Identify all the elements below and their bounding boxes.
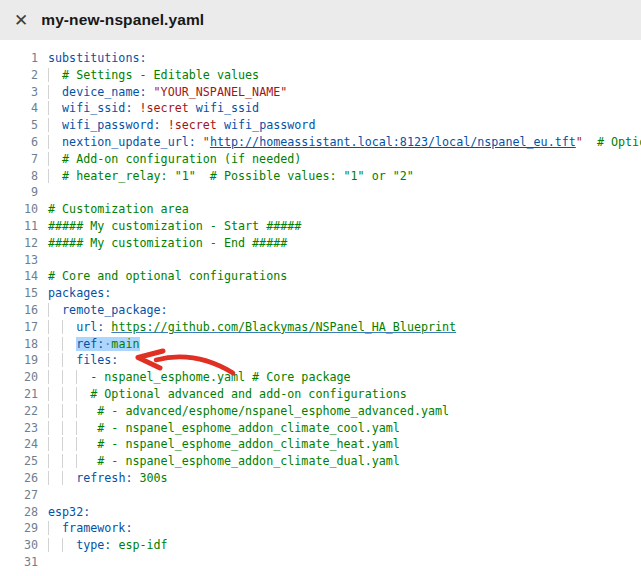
- code-line[interactable]: 15packages:: [0, 285, 641, 302]
- indent-guide: [62, 437, 76, 451]
- indent-guide: [62, 421, 76, 435]
- code-line[interactable]: 28esp32:: [0, 504, 641, 521]
- code-line[interactable]: 4 wifi_ssid: !secret wifi_ssid: [0, 100, 641, 117]
- code-token: # Customization area: [48, 202, 189, 216]
- code-text: ##### My customization - End #####: [48, 235, 287, 252]
- code-text: remote_package:: [48, 302, 168, 319]
- line-number: 11: [0, 218, 38, 235]
- code-line[interactable]: 24 # - nspanel_esphome_addon_climate_hea…: [0, 436, 641, 453]
- line-number: 7: [0, 151, 38, 168]
- line-number: 23: [0, 420, 38, 437]
- code-line[interactable]: 25 # - nspanel_esphome_addon_climate_dua…: [0, 453, 641, 470]
- code-token: 300s: [140, 471, 168, 485]
- code-token: esp-idf: [118, 538, 167, 552]
- code-line[interactable]: 7 # Add-on configuration (if needed): [0, 151, 641, 168]
- code-line[interactable]: 6 nextion_update_url: "http://homeassist…: [0, 134, 641, 151]
- code-token: # Optional advanced and add-on configura…: [90, 387, 407, 401]
- line-number: 5: [0, 117, 38, 134]
- code-line[interactable]: 17 url: https://github.com/Blackymas/NSP…: [0, 319, 641, 336]
- code-text: url: https://github.com/Blackymas/NSPane…: [48, 319, 456, 336]
- indent-guide: [48, 169, 62, 183]
- code-line[interactable]: 11##### My customization - Start #####: [0, 218, 641, 235]
- indent-guide: [76, 421, 90, 435]
- line-number: 22: [0, 403, 38, 420]
- code-line[interactable]: 30 type: esp-idf: [0, 537, 641, 554]
- line-number: 10: [0, 201, 38, 218]
- code-line[interactable]: 14# Core and optional configurations: [0, 268, 641, 285]
- line-number: 19: [0, 352, 38, 369]
- line-number: 9: [0, 184, 38, 201]
- line-number: 14: [0, 268, 38, 285]
- close-button[interactable]: ✕: [14, 12, 28, 29]
- code-token: ": [576, 135, 583, 149]
- code-token: # - nspanel_esphome_addon_climate_heat.y…: [97, 437, 400, 451]
- code-text: # heater_relay: "1" # Possible values: "…: [48, 168, 414, 185]
- code-token: wifi_ssid: [196, 101, 259, 115]
- indent-guide: [76, 437, 90, 451]
- code-text: # Optional advanced and add-on configura…: [48, 386, 407, 403]
- code-line[interactable]: 2 # Settings - Editable values: [0, 67, 641, 84]
- code-token: [217, 118, 224, 132]
- indent-guide: [48, 337, 62, 351]
- code-line[interactable]: 26 refresh: 300s: [0, 470, 641, 487]
- code-line[interactable]: 12##### My customization - End #####: [0, 235, 641, 252]
- code-line[interactable]: 31: [0, 554, 641, 571]
- code-line[interactable]: 13: [0, 252, 641, 269]
- code-token: wifi_password: [224, 118, 315, 132]
- code-line[interactable]: 16 remote_package:: [0, 302, 641, 319]
- indent-guide: [48, 85, 62, 99]
- code-line[interactable]: 10# Customization area: [0, 201, 641, 218]
- code-line[interactable]: 5 wifi_password: !secret wifi_password: [0, 117, 641, 134]
- indent-guide: [76, 404, 90, 418]
- code-line[interactable]: 22 # - advanced/esphome/nspanel_esphome_…: [0, 403, 641, 420]
- code-line[interactable]: 18 ref:·main: [0, 336, 641, 353]
- code-line[interactable]: 21 # Optional advanced and add-on config…: [0, 386, 641, 403]
- code-token: ##### My customization - End #####: [48, 236, 287, 250]
- indent-guide: [62, 320, 76, 334]
- code-line[interactable]: 8 # heater_relay: "1" # Possible values:…: [0, 168, 641, 185]
- code-text: packages:: [48, 285, 111, 302]
- code-line[interactable]: 27: [0, 487, 641, 504]
- code-token: !secret: [168, 118, 217, 132]
- code-token: [161, 118, 168, 132]
- code-text: # - nspanel_esphome_addon_climate_dual.y…: [48, 453, 400, 470]
- code-token: nextion_update_url:: [62, 135, 196, 149]
- code-token: substitutions:: [48, 51, 147, 65]
- code-token: refresh:: [76, 471, 132, 485]
- indent-guide: [48, 68, 62, 82]
- line-number: 8: [0, 168, 38, 185]
- code-line[interactable]: 29 framework:: [0, 520, 641, 537]
- code-token: # - advanced/esphome/nspanel_esphome_adv…: [97, 404, 449, 418]
- code-token: packages:: [48, 286, 111, 300]
- indent-guide: [48, 101, 62, 115]
- code-token: http://homeassistant.local:8123/local/ns…: [210, 135, 576, 149]
- code-token: !secret: [140, 101, 189, 115]
- code-text: # - nspanel_esphome_addon_climate_heat.y…: [48, 436, 400, 453]
- indent-guide: [62, 353, 76, 367]
- indent-guide: [62, 404, 76, 418]
- code-line[interactable]: 9: [0, 184, 641, 201]
- code-line[interactable]: 19 files:: [0, 352, 641, 369]
- close-icon: ✕: [14, 10, 28, 30]
- code-text: - nspanel_esphome.yaml # Core package: [48, 369, 351, 386]
- code-line[interactable]: 20 - nspanel_esphome.yaml # Core package: [0, 369, 641, 386]
- code-line[interactable]: 23 # - nspanel_esphome_addon_climate_coo…: [0, 420, 641, 437]
- code-text: # Add-on configuration (if needed): [48, 151, 301, 168]
- code-token: # Core package: [252, 370, 351, 384]
- indent-guide: [48, 353, 62, 367]
- indent-guide: [76, 387, 90, 401]
- line-number: 28: [0, 504, 38, 521]
- editor-header: ✕ my-new-nspanel.yaml: [0, 0, 641, 40]
- code-line[interactable]: 3 device_name: "YOUR_NSPANEL_NAME": [0, 84, 641, 101]
- code-token: # - nspanel_esphome_addon_climate_cool.y…: [97, 421, 400, 435]
- code-editor[interactable]: 1substitutions:2 # Settings - Editable v…: [0, 40, 641, 571]
- line-number: 1: [0, 50, 38, 67]
- indent-guide: [48, 421, 62, 435]
- indent-guide: [48, 135, 62, 149]
- indent-guide: [48, 471, 62, 485]
- code-line[interactable]: 1substitutions:: [0, 50, 641, 67]
- line-number: 26: [0, 470, 38, 487]
- code-text: # Settings - Editable values: [48, 67, 259, 84]
- line-number: 29: [0, 520, 38, 537]
- code-lines: 1substitutions:2 # Settings - Editable v…: [0, 50, 641, 571]
